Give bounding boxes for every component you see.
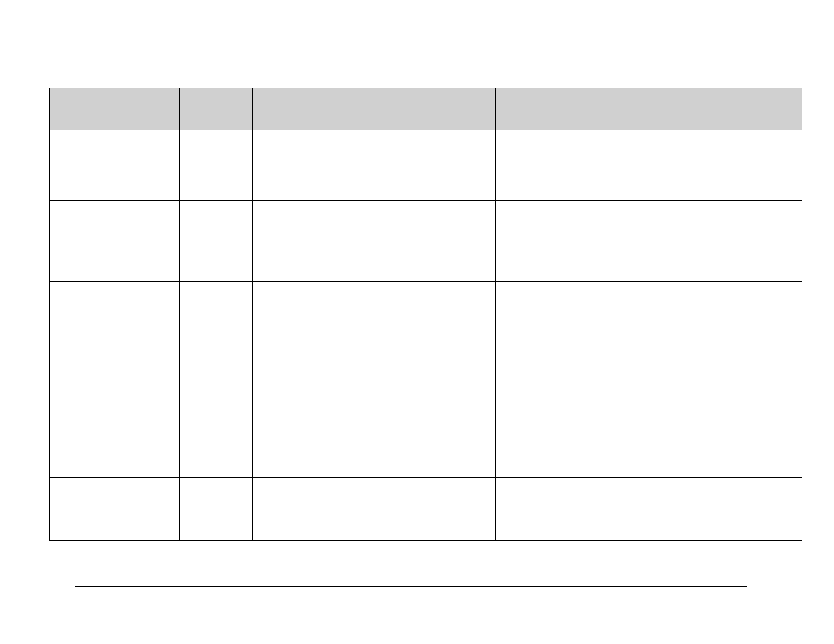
table-row — [50, 282, 802, 412]
table-header-cell — [180, 88, 253, 130]
table-header-cell — [120, 88, 180, 130]
table-cell — [496, 201, 606, 282]
table-cell — [694, 130, 802, 201]
table-cell — [180, 282, 253, 412]
table-cell — [606, 412, 694, 478]
table-cell — [496, 412, 606, 478]
table-cell — [180, 412, 253, 478]
table-cell — [694, 412, 802, 478]
table-header-cell — [694, 88, 802, 130]
table-cell — [50, 412, 120, 478]
table-cell — [606, 130, 694, 201]
table-cell — [253, 478, 496, 541]
table-cell — [120, 478, 180, 541]
table-cell — [606, 201, 694, 282]
table-cell — [180, 201, 253, 282]
table-cell — [694, 282, 802, 412]
table-header-cell — [606, 88, 694, 130]
table-header-cell — [496, 88, 606, 130]
table-row — [50, 201, 802, 282]
table-cell — [496, 282, 606, 412]
table-cell — [253, 412, 496, 478]
table-cell — [50, 201, 120, 282]
table-cell — [120, 130, 180, 201]
table-cell — [120, 201, 180, 282]
table-cell — [606, 478, 694, 541]
table-cell — [180, 130, 253, 201]
data-table — [49, 88, 802, 541]
table-header-cell — [50, 88, 120, 130]
table-cell — [606, 282, 694, 412]
table-cell — [694, 201, 802, 282]
table-cell — [50, 130, 120, 201]
table-row — [50, 478, 802, 541]
table-cell — [496, 478, 606, 541]
table-cell — [50, 478, 120, 541]
table-header-cell — [253, 88, 496, 130]
table-cell — [496, 130, 606, 201]
table-cell — [253, 130, 496, 201]
table-header-row — [50, 88, 802, 130]
table-header — [50, 88, 802, 130]
table-cell — [120, 282, 180, 412]
footer-divider — [75, 586, 747, 587]
table-row — [50, 412, 802, 478]
table-cell — [253, 282, 496, 412]
table-cell — [694, 478, 802, 541]
table-body — [50, 130, 802, 541]
table-cell — [50, 282, 120, 412]
table-cell — [180, 478, 253, 541]
table-cell — [253, 201, 496, 282]
table-row — [50, 130, 802, 201]
table-cell — [120, 412, 180, 478]
document-page — [0, 0, 834, 644]
